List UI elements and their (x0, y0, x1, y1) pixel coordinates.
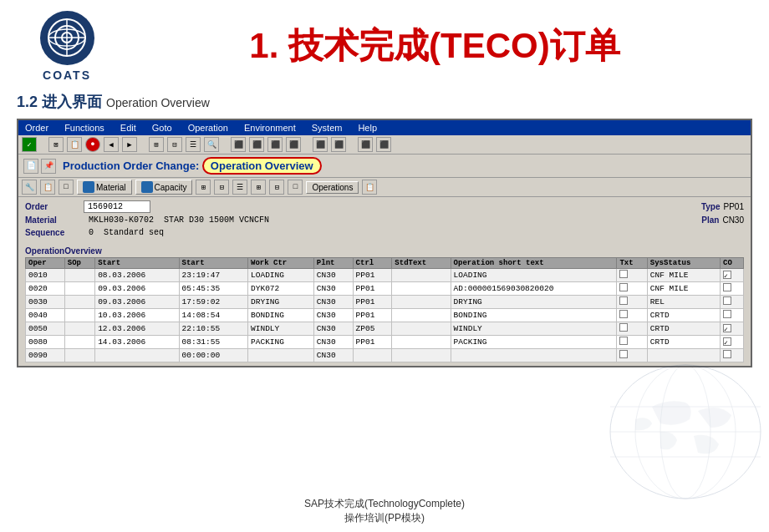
menu-goto[interactable]: Goto (150, 122, 174, 134)
toolbar-icon-13[interactable]: ⬛ (313, 137, 328, 152)
cell-txt (617, 322, 647, 336)
logo-circle (40, 11, 94, 65)
cell-sop (64, 322, 94, 336)
btn-icon-1[interactable]: 🔧 (22, 180, 37, 195)
toolbar-icon-15[interactable]: ⬛ (358, 137, 373, 152)
operations-button[interactable]: Operations (306, 181, 359, 194)
col-start1: Start (95, 258, 179, 269)
cell-txt-checkbox[interactable] (619, 323, 628, 332)
menu-system[interactable]: System (310, 122, 344, 134)
cell-stdtext (392, 269, 451, 282)
toolbar-icon-14[interactable]: ⬛ (331, 137, 346, 152)
cell-date (95, 349, 179, 362)
cell-co-checkbox[interactable] (723, 296, 731, 305)
cell-co-checkbox[interactable] (723, 271, 731, 279)
cell-co-checkbox[interactable] (723, 350, 731, 358)
toolbar-icon-5[interactable]: ⊞ (149, 137, 164, 152)
cell-oper: 0050 (26, 322, 65, 336)
toolbar-extra-5[interactable]: ⊟ (269, 180, 284, 195)
cell-txt-checkbox[interactable] (619, 296, 628, 305)
btn-icon-2[interactable]: 📋 (40, 180, 55, 195)
cell-stdtext (392, 336, 451, 349)
coats-logo-icon (46, 17, 88, 58)
material-row: Material MKLH030-K0702 STAR D30 1500M VC… (25, 215, 744, 225)
toolbar-icon-1[interactable]: ⊠ (48, 137, 64, 152)
cell-plnt: CN30 (313, 322, 353, 336)
cell-workctr: PACKING (248, 336, 314, 349)
back-icon[interactable]: ✓ (22, 137, 37, 152)
cell-co-checkbox[interactable] (723, 324, 731, 332)
cell-txt-checkbox[interactable] (619, 270, 628, 278)
cell-co (721, 309, 744, 322)
material-btn-label: Material (96, 183, 126, 192)
operations-btn-label: Operations (312, 183, 353, 192)
cell-ctrl: PP01 (353, 309, 392, 322)
order-input[interactable] (84, 200, 150, 213)
sap-screenshot: Order Functions Edit Goto Operation Envi… (17, 119, 752, 367)
cell-txt (617, 296, 647, 309)
col-plnt: Plnt (313, 258, 353, 269)
toolbar-icon-8[interactable]: 🔍 (204, 137, 219, 152)
menu-functions[interactable]: Functions (63, 122, 106, 134)
col-txt: Txt (617, 258, 647, 269)
cell-txt-checkbox[interactable] (619, 310, 628, 318)
sap-toolbar-1: ✓ ⊠ 📋 ● ◀ ▶ ⊞ ⊟ ☰ 🔍 ⬛ ⬛ ⬛ ⬛ ⬛ ⬛ ⬛ ⬛ (18, 135, 751, 155)
cell-workctr: BONDING (248, 309, 314, 322)
cell-co-checkbox[interactable] (723, 283, 731, 291)
logo-area: COATS (17, 11, 117, 82)
toolbar-extra-4[interactable]: ⊞ (251, 180, 266, 195)
col-workctr: Work Ctr (248, 258, 314, 269)
toolbar-icon-12[interactable]: ⬛ (286, 137, 301, 152)
material-extra: STAR D30 1500M VCNCFN (159, 215, 274, 225)
toolbar-extra-2[interactable]: ⊟ (214, 180, 229, 195)
cell-plnt: CN30 (313, 309, 353, 322)
menu-edit[interactable]: Edit (119, 122, 138, 134)
cell-co (721, 336, 744, 349)
cell-plnt: CN30 (313, 296, 353, 309)
toolbar-extra-6[interactable]: □ (288, 180, 303, 195)
toolbar-icon-3[interactable]: ◀ (104, 137, 119, 152)
cell-co-checkbox[interactable] (723, 310, 731, 318)
operation-table: Oper SOp Start Start Work Ctr Plnt Ctrl … (25, 257, 744, 362)
menu-order[interactable]: Order (23, 122, 50, 134)
capacity-btn-icon (141, 181, 153, 193)
material-button[interactable]: Material (77, 180, 132, 195)
cell-date: 10.03.2006 (95, 309, 179, 322)
toolbar-icon-4[interactable]: ▶ (122, 137, 137, 152)
capacity-button[interactable]: Capacity (135, 180, 193, 195)
cell-shorttext (451, 349, 617, 362)
toolbar-icon-11[interactable]: ⬛ (267, 137, 283, 152)
toolbar-icon-10[interactable]: ⬛ (249, 137, 264, 152)
toolbar-icon-2[interactable]: 📋 (67, 137, 82, 152)
cell-workctr: DYK072 (248, 282, 314, 296)
cell-date: 08.03.2006 (95, 269, 179, 282)
toolbar-icon-16[interactable]: ⬛ (376, 137, 391, 152)
cell-co-checkbox[interactable] (723, 337, 731, 346)
table-row: 002009.03.200605:45:35DYK072CN30PP01AD:0… (26, 282, 744, 296)
toolbar-icon-7[interactable]: ☰ (186, 137, 201, 152)
cell-txt-checkbox[interactable] (619, 337, 628, 345)
cell-shorttext: PACKING (451, 336, 617, 349)
btn-icon-3[interactable]: □ (59, 180, 74, 195)
cell-workctr: DRYING (248, 296, 314, 309)
menu-operation[interactable]: Operation (186, 122, 230, 134)
cell-workctr: WINDLY (248, 322, 314, 336)
menu-environment[interactable]: Environment (242, 122, 298, 134)
toolbar-extra-7[interactable]: 📋 (362, 180, 377, 195)
table-row: 009000:00:00CN30 (26, 349, 744, 362)
menu-help[interactable]: Help (356, 122, 379, 134)
stop-icon[interactable]: ● (85, 137, 100, 152)
sub-header: 1.2 进入界面 Operation Overview (0, 92, 769, 119)
capacity-btn-label: Capacity (155, 183, 187, 192)
cell-sop (64, 269, 94, 282)
col-stdtext: StdText (392, 258, 451, 269)
toolbar-extra-3[interactable]: ☰ (232, 180, 247, 195)
cell-txt-checkbox[interactable] (619, 350, 628, 358)
cell-txt-checkbox[interactable] (619, 283, 628, 291)
cell-time: 05:45:35 (179, 282, 248, 296)
toolbar-extra-1[interactable]: ⊞ (196, 180, 211, 195)
cell-plnt: CN30 (313, 269, 353, 282)
toolbar-icon-6[interactable]: ⊟ (167, 137, 182, 152)
cell-shorttext: DRYING (451, 296, 617, 309)
toolbar-icon-9[interactable]: ⬛ (231, 137, 246, 152)
